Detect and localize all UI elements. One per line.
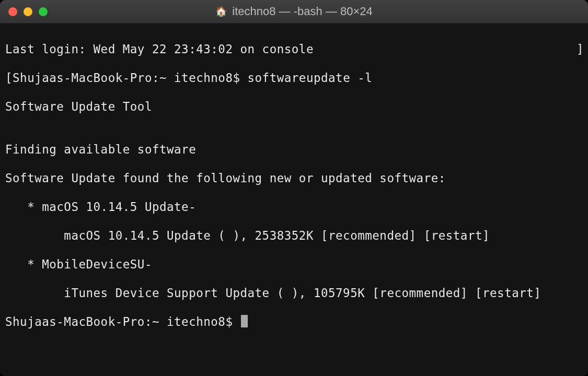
output-line: Last login: Wed May 22 23:43:02 on conso…	[5, 42, 583, 57]
window-title: itechno8 — -bash — 80×24	[232, 5, 372, 18]
home-icon: 🏠	[215, 7, 227, 16]
prompt-text: Shujaas-MacBook-Pro:~ itechno8$	[13, 71, 247, 85]
output-line: Finding available software	[5, 143, 583, 157]
terminal-body[interactable]: Last login: Wed May 22 23:43:02 on conso…	[0, 24, 588, 376]
prompt-line: [Shujaas-MacBook-Pro:~ itechno8$ softwar…	[5, 71, 583, 86]
close-button[interactable]	[8, 7, 17, 16]
prompt-line: Shujaas-MacBook-Pro:~ itechno8$	[5, 315, 583, 330]
traffic-lights	[0, 7, 48, 16]
title-wrap: 🏠 itechno8 — -bash — 80×24	[0, 5, 588, 18]
prompt-close-bracket: ]	[577, 42, 584, 57]
output-line: iTunes Device Support Update ( ), 105795…	[5, 286, 583, 301]
command-text: softwareupdate -l	[248, 71, 373, 85]
cursor	[241, 315, 248, 327]
output-line: * MobileDeviceSU-	[5, 257, 583, 272]
output-line: macOS 10.14.5 Update ( ), 2538352K [reco…	[5, 229, 583, 243]
output-line: Software Update found the following new …	[5, 171, 583, 186]
prompt-open-bracket: [	[5, 71, 13, 85]
titlebar[interactable]: 🏠 itechno8 — -bash — 80×24	[0, 0, 588, 24]
minimize-button[interactable]	[24, 7, 32, 16]
output-line: Software Update Tool	[5, 100, 583, 114]
terminal-window: 🏠 itechno8 — -bash — 80×24 Last login: W…	[0, 0, 588, 376]
output-line: * macOS 10.14.5 Update-	[5, 200, 583, 215]
maximize-button[interactable]	[39, 7, 48, 16]
prompt-text: Shujaas-MacBook-Pro:~ itechno8$	[5, 315, 240, 328]
